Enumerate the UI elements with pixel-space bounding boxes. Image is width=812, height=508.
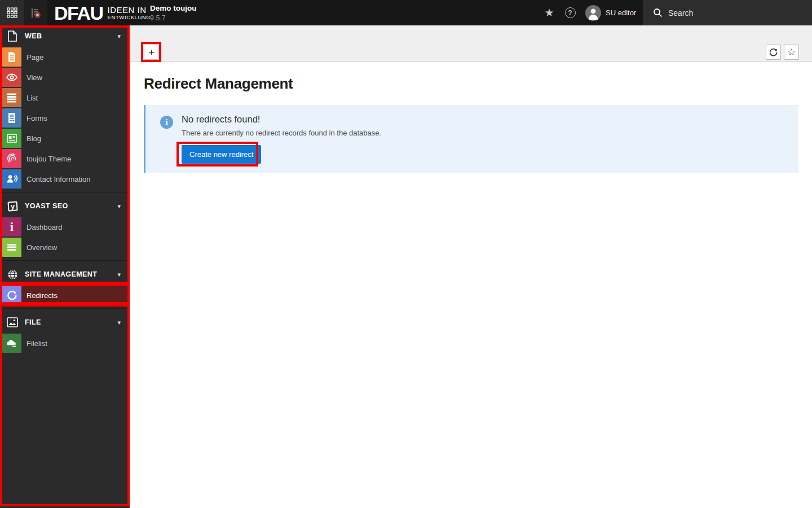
chevron-down-icon: ▾ (117, 203, 121, 210)
sidebar-item-label: View (27, 73, 42, 82)
contact-icon (2, 169, 21, 189)
sidebar-section-yoast-seo[interactable]: y YOAST SEO ▾ (0, 195, 130, 217)
logo-text: DFAU (54, 3, 103, 23)
search-label: Search (668, 8, 693, 17)
page-icon (2, 47, 21, 67)
add-redirect-button[interactable]: + (144, 45, 159, 60)
site-name: Demo toujou (150, 4, 197, 13)
logo-tagline: IDEEN IN ENTWICKLUNG (108, 6, 151, 20)
open-documents-button[interactable] (24, 0, 47, 25)
list-icon (2, 88, 21, 107)
section-divider (0, 260, 130, 261)
help-icon: ? (565, 7, 576, 18)
section-label: WEB (25, 32, 42, 40)
info-circle-icon: i (160, 116, 173, 129)
typo3-version: 9.5.7 (150, 14, 197, 23)
create-new-redirect-button[interactable]: Create new redirect (182, 145, 261, 164)
sidebar-item-filelist[interactable]: Filelist (0, 333, 130, 353)
sidebar-item-toujou-theme[interactable]: toujou Theme (0, 148, 130, 169)
web-icon (0, 30, 25, 42)
star-icon: ★ (544, 6, 554, 19)
section-label: YOAST SEO (25, 202, 68, 210)
filelist-icon (2, 334, 21, 353)
star-outline-icon: ☆ (787, 46, 796, 58)
redirect-icon (2, 286, 21, 305)
sidebar-section-file[interactable]: FILE ▾ (0, 312, 130, 333)
image-icon (0, 317, 25, 327)
module-menu-toggle-button[interactable] (0, 0, 24, 25)
user-menu-button[interactable]: SU editor (581, 0, 643, 25)
menu-bars-icon (2, 238, 21, 257)
chevron-down-icon: ▾ (117, 319, 121, 326)
section-label: SITE MANAGEMENT (25, 270, 97, 278)
sidebar-item-label: Forms (27, 114, 47, 122)
info-callout: i No redirects found! There are currentl… (144, 105, 798, 173)
sidebar-item-label: Redirects (27, 291, 58, 300)
content-area: + ☆ Redirect Management i No redirects f… (130, 25, 812, 508)
topbar: DFAU IDEEN IN ENTWICKLUNG Demo toujou 9.… (0, 0, 812, 25)
plus-icon: + (148, 47, 155, 58)
docheader: + ☆ (130, 25, 812, 62)
sidebar-section-web[interactable]: WEB ▾ (0, 25, 130, 47)
page-title: Redirect Management (144, 75, 812, 93)
callout-title: No redirects found! (182, 114, 787, 125)
sidebar-item-label: Overview (27, 243, 57, 252)
eye-icon (2, 68, 21, 87)
chevron-down-icon: ▾ (117, 33, 121, 40)
sidebar-item-page[interactable]: Page (0, 47, 130, 67)
sidebar-item-label: Contact Information (27, 175, 90, 183)
forms-icon (2, 108, 21, 128)
sidebar-item-blog[interactable]: Blog (0, 128, 130, 148)
section-divider (0, 308, 130, 309)
avatar (585, 5, 601, 21)
grid-icon (7, 7, 17, 18)
sidebar-item-forms[interactable]: Forms (0, 108, 130, 128)
sidebar-item-label: toujou Theme (27, 155, 71, 163)
section-divider (0, 192, 130, 192)
sidebar-item-redirects[interactable]: Redirects (0, 285, 130, 305)
sidebar-item-label: List (27, 94, 38, 102)
bookmarks-button[interactable]: ★ (541, 0, 557, 25)
section-label: FILE (25, 318, 41, 326)
open-documents-icon (29, 7, 42, 19)
sidebar-item-label: Page (27, 53, 43, 62)
globe-icon (0, 269, 25, 280)
info-icon: i (2, 217, 21, 237)
reload-button[interactable] (766, 45, 781, 60)
sidebar-section-site-management[interactable]: SITE MANAGEMENT ▾ (0, 264, 130, 285)
sidebar-item-overview[interactable]: Overview (0, 237, 130, 257)
live-search-button[interactable]: Search (643, 0, 812, 25)
sidebar-item-list[interactable]: List (0, 87, 130, 108)
brand-logo: DFAU IDEEN IN ENTWICKLUNG (54, 0, 151, 25)
search-icon (653, 8, 663, 17)
chevron-down-icon: ▾ (117, 271, 121, 278)
sidebar-item-view[interactable]: View (0, 67, 130, 87)
module-menu: WEB ▾ Page View (0, 25, 130, 508)
yoast-icon: y (0, 202, 25, 211)
refresh-icon (769, 47, 778, 57)
site-info: Demo toujou 9.5.7 (150, 4, 197, 23)
sidebar-item-label: Dashboard (27, 223, 63, 231)
sidebar-item-label: Blog (27, 134, 41, 143)
sidebar-item-dashboard[interactable]: i Dashboard (0, 217, 130, 237)
user-name: SU editor (606, 8, 636, 17)
blog-icon (2, 129, 21, 148)
fingerprint-icon (2, 149, 21, 168)
sidebar-item-label: Filelist (27, 339, 47, 348)
bookmark-button[interactable]: ☆ (784, 45, 799, 60)
callout-message: There are currently no redirect records … (182, 129, 787, 137)
sidebar-item-contact-information[interactable]: Contact Information (0, 169, 130, 189)
help-button[interactable]: ? (562, 0, 578, 25)
